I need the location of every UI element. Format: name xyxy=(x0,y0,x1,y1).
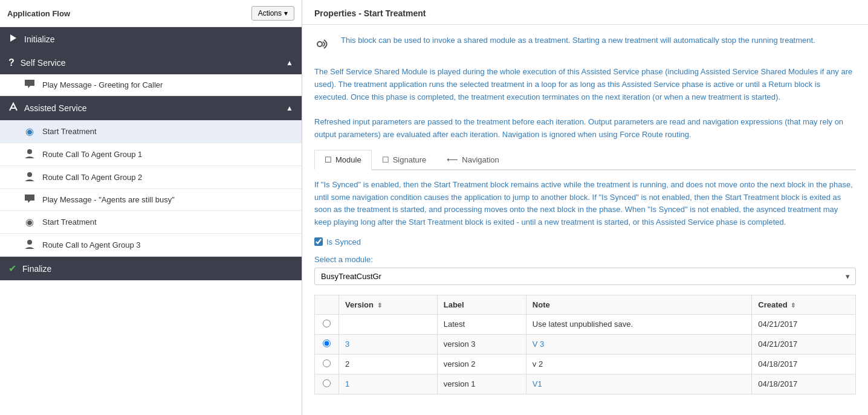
version-cell-latest xyxy=(339,314,438,334)
finalize-icon: ✔ xyxy=(8,263,16,274)
note-cell-1: V1 xyxy=(526,374,751,394)
table-row: 3 version 3 V 3 04/21/2017 xyxy=(315,334,856,354)
agent-icon-3 xyxy=(24,239,35,251)
table-row: 2 version 2 v 2 04/18/2017 xyxy=(315,354,856,374)
svg-marker-0 xyxy=(10,34,16,42)
module-tab-label: Module xyxy=(335,155,361,164)
label-cell-3: version 3 xyxy=(437,334,526,354)
initialize-icon xyxy=(8,33,18,45)
section-initialize-label: Initialize xyxy=(24,34,293,44)
actions-button[interactable]: Actions ▾ xyxy=(251,6,294,21)
label-cell-1: version 1 xyxy=(437,374,526,394)
section-finalize[interactable]: ✔ Finalize xyxy=(0,257,302,280)
assisted-service-chevron-icon: ▲ xyxy=(286,104,293,112)
app-flow-title: Application Flow xyxy=(7,9,70,18)
self-service-icon: ? xyxy=(8,57,15,68)
flow-item-start-treatment-1[interactable]: ◉ Start Treatment xyxy=(0,120,302,143)
radio-cell-latest[interactable] xyxy=(315,314,339,334)
section-assisted-service[interactable]: Assisted Service ▲ xyxy=(0,96,302,120)
section-assisted-service-label: Assisted Service xyxy=(24,103,286,113)
created-cell-3: 04/21/2017 xyxy=(752,334,856,354)
top-desc-row: This block can be used to invoke a share… xyxy=(314,34,856,56)
note-cell-2: v 2 xyxy=(526,354,751,374)
navigation-tab-label: Navigation xyxy=(462,155,499,164)
right-panel: Properties - Start Treatment This block … xyxy=(302,0,868,415)
created-cell-2: 04/18/2017 xyxy=(752,354,856,374)
section-initialize[interactable]: Initialize xyxy=(0,27,302,51)
note-cell-3: V 3 xyxy=(526,334,751,354)
version-cell-2: 2 xyxy=(339,354,438,374)
chat-icon-2 xyxy=(24,195,35,205)
version-cell-1[interactable]: 1 xyxy=(339,374,438,394)
svg-point-4 xyxy=(27,240,32,245)
radio-cell-3[interactable] xyxy=(315,334,339,354)
svg-point-3 xyxy=(27,172,32,177)
select-module-row: BusyTreatCustGr ▾ xyxy=(314,268,856,285)
col-note: Note xyxy=(526,295,751,314)
flow-item-play-message-busy[interactable]: Play Message - "Agents are still busy" xyxy=(0,189,302,211)
col-version[interactable]: Version ⇕ xyxy=(339,295,438,314)
created-cell-latest: 04/21/2017 xyxy=(752,314,856,334)
navigation-tab-icon: ⟵ xyxy=(447,155,458,164)
left-panel: Application Flow Actions ▾ Initialize ? … xyxy=(0,0,302,415)
radio-cell-2[interactable] xyxy=(315,354,339,374)
radio-cell-1[interactable] xyxy=(315,374,339,394)
section-self-service-label: Self Service xyxy=(21,58,286,68)
flow-item-play-message-greeting[interactable]: Play Message - Greeting for Caller xyxy=(0,74,302,96)
start-treatment-2-label: Start Treatment xyxy=(42,217,97,227)
agent-icon-1 xyxy=(24,149,35,160)
start-treatment-1-label: Start Treatment xyxy=(42,127,97,136)
is-synced-row: Is Synced xyxy=(314,237,856,246)
created-cell-1: 04/18/2017 xyxy=(752,374,856,394)
tab-navigation[interactable]: ⟵ Navigation xyxy=(436,150,509,169)
col-radio xyxy=(315,295,339,314)
col-label: Label xyxy=(437,295,526,314)
versions-table: Version ⇕ Label Note Created ⇕ Latest Us… xyxy=(314,295,856,394)
self-service-chevron-icon: ▲ xyxy=(286,59,293,67)
label-cell-latest: Latest xyxy=(437,314,526,334)
treatment-icon-2: ◉ xyxy=(24,216,35,228)
tab-module[interactable]: ☐ Module xyxy=(314,150,372,170)
assisted-service-icon xyxy=(8,102,18,114)
flow-item-start-treatment-2[interactable]: ◉ Start Treatment xyxy=(0,211,302,234)
flow-item-route-agent-2[interactable]: Route Call To Agent Group 2 xyxy=(0,166,302,189)
properties-body: This block can be used to invoke a share… xyxy=(302,25,868,404)
properties-title: Properties - Start Treatment xyxy=(314,8,426,18)
chat-icon xyxy=(24,80,35,90)
col-created[interactable]: Created ⇕ xyxy=(752,295,856,314)
info-text: The Self Service Shared Module is played… xyxy=(314,66,856,141)
properties-header: Properties - Start Treatment xyxy=(302,0,868,25)
route-agent-2-label: Route Call To Agent Group 2 xyxy=(42,173,142,182)
tab-signature[interactable]: ☐ Signature xyxy=(372,150,437,169)
svg-point-5 xyxy=(317,42,322,47)
play-message-busy-label: Play Message - "Agents are still busy" xyxy=(42,195,175,204)
treatment-icon-1: ◉ xyxy=(24,126,35,137)
flow-item-route-agent-3[interactable]: Route Call to Agent Group 3 xyxy=(0,234,302,257)
tab-content-text: If "Is Synced" is enabled, then the Star… xyxy=(314,179,856,229)
table-row: 1 version 1 V1 04/18/2017 xyxy=(315,374,856,394)
version-sort-icon: ⇕ xyxy=(377,302,382,309)
route-agent-1-label: Route Call To Agent Group 1 xyxy=(42,150,142,159)
svg-point-2 xyxy=(27,149,32,154)
created-sort-icon: ⇕ xyxy=(791,302,795,309)
top-description-text: This block can be used to invoke a share… xyxy=(341,34,815,47)
signature-tab-icon: ☐ xyxy=(382,155,389,164)
section-self-service[interactable]: ? Self Service ▲ xyxy=(0,51,302,74)
module-select[interactable]: BusyTreatCustGr xyxy=(314,268,856,285)
select-module-label: Select a module: xyxy=(314,255,856,264)
treatment-sound-icon xyxy=(314,36,331,56)
tabs-row: ☐ Module ☐ Signature ⟵ Navigation xyxy=(314,150,856,170)
is-synced-checkbox[interactable] xyxy=(314,237,323,246)
table-row: Latest Use latest unpublished save. 04/2… xyxy=(315,314,856,334)
version-cell-3[interactable]: 3 xyxy=(339,334,438,354)
flow-item-route-agent-1[interactable]: Route Call To Agent Group 1 xyxy=(0,143,302,166)
chevron-down-icon: ▾ xyxy=(284,9,288,18)
module-tab-icon: ☐ xyxy=(325,155,332,164)
play-message-greeting-label: Play Message - Greeting for Caller xyxy=(42,80,163,89)
is-synced-label[interactable]: Is Synced xyxy=(326,237,361,246)
route-agent-3-label: Route Call to Agent Group 3 xyxy=(42,240,141,249)
section-finalize-label: Finalize xyxy=(22,264,51,274)
app-flow-header: Application Flow Actions ▾ xyxy=(0,0,302,27)
note-cell-latest: Use latest unpublished save. xyxy=(526,314,751,334)
agent-icon-2 xyxy=(24,172,35,183)
